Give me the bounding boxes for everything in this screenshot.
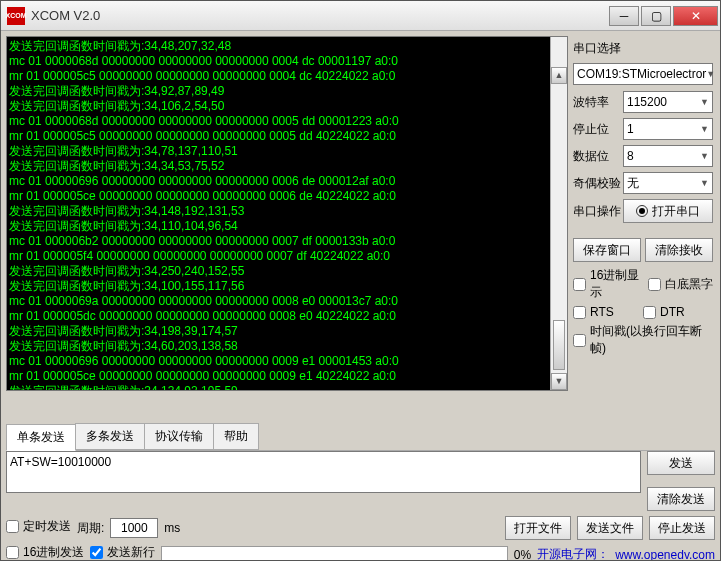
app-icon: XCOM [7,7,25,25]
tab-proto[interactable]: 协议传输 [144,423,214,450]
terminal-line: 发送完回调函数时间戳为:34,148,192,131,53 [9,204,565,219]
terminal-output[interactable]: 发送完回调函数时间戳为:34,48,207,32,48mc 01 0000068… [6,36,568,391]
terminal-line: 发送完回调函数时间戳为:34,110,104,96,54 [9,219,565,234]
promo-label: 开源电子网： [537,546,609,561]
progress-bar [161,546,507,562]
terminal-line: mr 01 000005ce 00000000 00000000 0000000… [9,369,565,384]
baud-label: 波特率 [573,94,623,111]
data-label: 数据位 [573,148,623,165]
send-newline-checkbox[interactable]: 发送新行 [90,544,155,561]
send-file-button[interactable]: 发送文件 [577,516,643,540]
terminal-line: mc 01 0000068d 00000000 00000000 0000000… [9,54,565,69]
terminal-line: mc 01 0000069a 00000000 00000000 0000000… [9,294,565,309]
tab-help[interactable]: 帮助 [213,423,259,450]
scroll-up-icon[interactable]: ▲ [551,67,567,84]
terminal-line: 发送完回调函数时间戳为:34,134,92,195,59 [9,384,565,391]
stop-send-button[interactable]: 停止发送 [649,516,715,540]
terminal-scrollbar[interactable]: ▲ ▼ [550,37,567,390]
clear-receive-button[interactable]: 清除接收 [645,238,713,262]
stop-label: 停止位 [573,121,623,138]
timed-send-checkbox[interactable]: 定时发送 [6,518,71,535]
hex-show-checkbox[interactable]: 16进制显示 [573,267,648,301]
terminal-line: mc 01 000006b2 00000000 00000000 0000000… [9,234,565,249]
parity-label: 奇偶校验 [573,175,623,192]
side-panel: 串口选择 COM19:STMicroelectror▼ 波特率115200▼ 停… [573,31,719,423]
dtr-checkbox[interactable]: DTR [643,305,713,319]
terminal-line: mr 01 000005f4 00000000 00000000 0000000… [9,249,565,264]
window-title: XCOM V2.0 [31,8,607,23]
terminal-line: 发送完回调函数时间戳为:34,250,240,152,55 [9,264,565,279]
tab-multi[interactable]: 多条发送 [75,423,145,450]
send-tabs: 单条发送 多条发送 协议传输 帮助 [6,423,715,451]
terminal-line: mr 01 000005c5 00000000 00000000 0000000… [9,69,565,84]
terminal-line: 发送完回调函数时间戳为:34,60,203,138,58 [9,339,565,354]
op-label: 串口操作 [573,203,623,220]
terminal-line: 发送完回调函数时间戳为:34,92,87,89,49 [9,84,565,99]
data-select[interactable]: 8▼ [623,145,713,167]
baud-select[interactable]: 115200▼ [623,91,713,113]
terminal-line: mr 01 000005ce 00000000 00000000 0000000… [9,189,565,204]
terminal-line: 发送完回调函数时间戳为:34,78,137,110,51 [9,144,565,159]
rts-checkbox[interactable]: RTS [573,305,643,319]
terminal-line: mr 01 000005dc 00000000 00000000 0000000… [9,309,565,324]
open-file-button[interactable]: 打开文件 [505,516,571,540]
stop-select[interactable]: 1▼ [623,118,713,140]
radio-dot-icon [636,205,648,217]
period-label: 周期: [77,520,104,537]
period-unit: ms [164,521,180,535]
promo-link[interactable]: www.openedv.com [615,548,715,562]
parity-select[interactable]: 无▼ [623,172,713,194]
terminal-line: 发送完回调函数时间戳为:34,34,53,75,52 [9,159,565,174]
hex-send-checkbox[interactable]: 16进制发送 [6,544,84,561]
chevron-down-icon: ▼ [706,69,715,79]
scroll-thumb[interactable] [553,320,565,370]
titlebar: XCOM XCOM V2.0 ─ ▢ ✕ [1,1,720,31]
terminal-line: 发送完回调函数时间戳为:34,198,39,174,57 [9,324,565,339]
progress-pct: 0% [514,548,531,562]
terminal-line: mc 01 00000696 00000000 00000000 0000000… [9,174,565,189]
terminal-line: mc 01 00000696 00000000 00000000 0000000… [9,354,565,369]
clear-send-button[interactable]: 清除发送 [647,487,715,511]
timestamp-checkbox[interactable]: 时间戳(以换行回车断帧) [573,323,713,357]
terminal-line: mc 01 0000068d 00000000 00000000 0000000… [9,114,565,129]
terminal-line: mr 01 000005c5 00000000 00000000 0000000… [9,129,565,144]
port-select-label: 串口选择 [573,40,713,57]
terminal-line: 发送完回调函数时间戳为:34,106,2,54,50 [9,99,565,114]
maximize-button[interactable]: ▢ [641,6,671,26]
terminal-line: 发送完回调函数时间戳为:34,100,155,117,56 [9,279,565,294]
send-button[interactable]: 发送 [647,451,715,475]
port-select[interactable]: COM19:STMicroelectror▼ [573,63,713,85]
open-port-button[interactable]: 打开串口 [623,199,713,223]
chevron-down-icon: ▼ [700,178,709,188]
white-bg-checkbox[interactable]: 白底黑字 [648,267,713,301]
minimize-button[interactable]: ─ [609,6,639,26]
chevron-down-icon: ▼ [700,151,709,161]
chevron-down-icon: ▼ [700,124,709,134]
terminal-line: 发送完回调函数时间戳为:34,48,207,32,48 [9,39,565,54]
scroll-down-icon[interactable]: ▼ [551,373,567,390]
port-value: COM19:STMicroelectror [577,67,706,81]
save-window-button[interactable]: 保存窗口 [573,238,641,262]
tab-single[interactable]: 单条发送 [6,424,76,451]
send-input[interactable] [6,451,641,493]
chevron-down-icon: ▼ [700,97,709,107]
close-button[interactable]: ✕ [673,6,718,26]
period-input[interactable] [110,518,158,538]
